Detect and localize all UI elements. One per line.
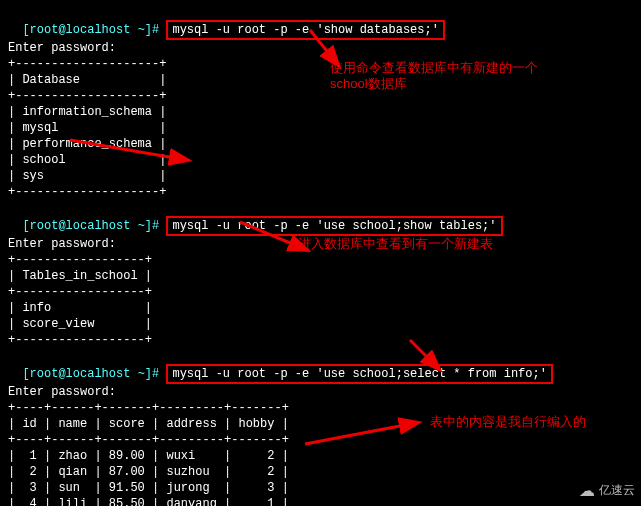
db-sep-mid: +--------------------+ [8,88,633,104]
db-sep-bot: +--------------------+ [8,184,633,200]
watermark: ☁ 亿速云 [579,481,635,500]
annotation-1-line1: 使用命令查看数据库中有新建的一个 [330,60,538,76]
tbl-sep-bot: +------------------+ [8,332,633,348]
cloud-icon: ☁ [579,481,595,500]
tbl-row: | score_view | [8,316,633,332]
annotation-1: 使用命令查看数据库中有新建的一个 school数据库 [330,60,538,92]
tbl-sep-top: +------------------+ [8,252,633,268]
tbl-sep-mid: +------------------+ [8,284,633,300]
db-row-school: | school | [8,152,633,168]
prompt-3: [root@localhost ~]# [22,367,166,381]
cmd-1: mysql -u root -p -e 'show databases;' [172,23,438,37]
info-row: | 2 | qian | 87.00 | suzhou | 2 | [8,464,633,480]
cmd-2-box: mysql -u root -p -e 'use school;show tab… [166,216,502,236]
prompt-2: [root@localhost ~]# [22,219,166,233]
tbl-row: | info | [8,300,633,316]
info-row: | 1 | zhao | 89.00 | wuxi | 2 | [8,448,633,464]
enter-password-1: Enter password: [8,40,633,56]
cmd-3-box: mysql -u root -p -e 'use school;select *… [166,364,552,384]
db-row: | information_schema | [8,104,633,120]
db-header: | Database | [8,72,633,88]
cmd-3: mysql -u root -p -e 'use school;select *… [172,367,546,381]
watermark-text: 亿速云 [599,482,635,499]
cmd-2: mysql -u root -p -e 'use school;show tab… [172,219,496,233]
db-row: | performance_schema | [8,136,633,152]
annotation-3: 表中的内容是我自行编入的 [430,414,586,430]
annotation-1-line2: school数据库 [330,76,538,92]
db-row: | mysql | [8,120,633,136]
info-row: | 4 | lili | 85.50 | danyang | 1 | [8,496,633,506]
tbl-header: | Tables_in_school | [8,268,633,284]
enter-password-3: Enter password: [8,384,633,400]
db-row: | sys | [8,168,633,184]
info-row: | 3 | sun | 91.50 | jurong | 3 | [8,480,633,496]
db-sep-top: +--------------------+ [8,56,633,72]
prompt-1: [root@localhost ~]# [22,23,166,37]
cmd-1-box: mysql -u root -p -e 'show databases;' [166,20,444,40]
annotation-2: 进入数据库中查看到有一个新建表 [298,236,493,252]
info-sep-mid: +----+------+-------+---------+-------+ [8,432,633,448]
